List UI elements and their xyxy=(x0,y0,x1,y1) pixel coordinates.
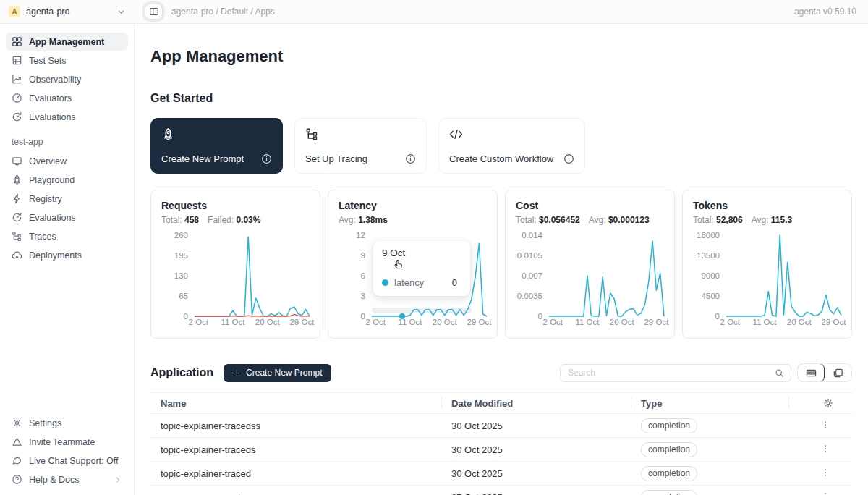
sidebar-collapse-button[interactable] xyxy=(145,4,163,20)
app-date-modified: 30 Oct 2025 xyxy=(441,444,631,455)
sidebar-item-evaluators[interactable]: Evaluators xyxy=(6,89,128,107)
chart-stats: Total: $0.056452Avg: $0.000123 xyxy=(516,215,664,225)
dots-vertical-icon xyxy=(820,444,830,454)
sidebar-item-label: Live Chat Support: Off xyxy=(29,456,118,466)
sidebar-item-playground[interactable]: Playground xyxy=(6,171,128,189)
info-icon xyxy=(261,153,272,164)
sidebar-item-label: Help & Docs xyxy=(29,475,79,485)
chevron-right-icon xyxy=(114,475,122,484)
sidebar-item-evaluations[interactable]: Evaluations xyxy=(6,108,128,126)
plot-area[interactable]: 2 Oct11 Oct20 Oct29 Oct xyxy=(726,235,841,316)
search-icon xyxy=(775,368,784,378)
plot-area[interactable]: 2 Oct11 Oct20 Oct29 Oct xyxy=(195,235,310,316)
x-axis: 2 Oct11 Oct20 Oct29 Oct xyxy=(726,318,841,329)
workspace-switcher[interactable]: A agenta-pro xyxy=(0,6,135,17)
triangle-icon xyxy=(12,436,22,447)
table-header: NameDate ModifiedType xyxy=(150,393,852,414)
column-settings[interactable] xyxy=(788,393,852,413)
app-name: topic-explainer-tracedss xyxy=(150,420,441,431)
search-button[interactable] xyxy=(767,365,791,381)
sidebar-item-settings[interactable]: Settings xyxy=(6,414,128,432)
search-box xyxy=(560,364,791,382)
table-view-button[interactable] xyxy=(797,363,825,382)
plot-area[interactable]: 2 Oct11 Oct20 Oct29 Oct xyxy=(549,235,664,316)
rocket-icon xyxy=(161,127,175,141)
info-icon xyxy=(405,153,416,164)
table-row[interactable]: topic-explainer-traceds30 Oct 2025comple… xyxy=(150,438,852,462)
row-menu-button[interactable] xyxy=(819,443,832,456)
search-input[interactable] xyxy=(561,368,767,378)
mouse-cursor-icon xyxy=(392,258,405,271)
breadcrumb: agenta-pro / Default / Apps xyxy=(171,7,275,17)
sidebar-item-label: Test Sets xyxy=(29,56,66,66)
sidebar-item-overview[interactable]: Overview xyxy=(6,152,128,170)
column-header-type[interactable]: Type xyxy=(631,393,788,413)
app-date-modified: 27 Oct 2025 xyxy=(441,492,631,495)
gauge-icon xyxy=(12,93,22,103)
table-row[interactable]: topic-explainer-traced30 Oct 2025complet… xyxy=(150,462,852,486)
sidebar-item-registry[interactable]: Registry xyxy=(6,190,128,208)
sidebar-item-label: Registry xyxy=(29,194,62,204)
column-header-date-modified[interactable]: Date Modified xyxy=(441,393,631,413)
sidebar-item-live-chat-support[interactable]: Live Chat Support: Off xyxy=(6,452,128,470)
dots-vertical-icon xyxy=(820,420,830,430)
gear-icon xyxy=(823,398,833,408)
sidebar-item-help-docs[interactable]: Help & Docs xyxy=(6,470,128,488)
sidebar-item-invite-teammate[interactable]: Invite Teammate xyxy=(6,433,128,451)
table-row[interactable]: topic-explainer-tracedss30 Oct 2025compl… xyxy=(150,414,852,438)
dots-vertical-icon xyxy=(820,491,830,495)
y-axis: 0450090001350018000 xyxy=(693,235,726,316)
x-axis: 2 Oct11 Oct20 Oct29 Oct xyxy=(372,318,487,329)
sidebar-item-label: Overview xyxy=(29,156,67,166)
card-view-button[interactable] xyxy=(824,364,851,381)
sidebar-item-evaluations-app[interactable]: Evaluations xyxy=(6,208,128,227)
tooltip-series-dot xyxy=(382,279,388,286)
sidebar-item-app-management[interactable]: App Management xyxy=(6,33,128,51)
row-menu-button[interactable] xyxy=(819,491,832,495)
help-icon xyxy=(12,474,22,485)
cloud-icon xyxy=(12,250,22,261)
rocket-icon xyxy=(12,174,22,185)
chart-card-requests: Requests Total: 458Failed: 0.03% 0651301… xyxy=(150,190,320,339)
tooltip-value: 0 xyxy=(452,277,461,288)
row-menu-button[interactable] xyxy=(819,467,832,480)
workspace-name: agenta-pro xyxy=(26,7,69,17)
sidebar-item-label: Invite Teammate xyxy=(29,437,95,447)
create-new-prompt-button-label: Create New Prompt xyxy=(246,368,322,378)
chart-title: Requests xyxy=(161,200,310,211)
app-type-badge: completion xyxy=(641,418,697,433)
get-started-cards: Create New PromptSet Up TracingCreate Cu… xyxy=(150,118,852,174)
sidebar-item-label: Evaluators xyxy=(29,93,72,103)
chart-tooltip: 9 Oct latency 0 xyxy=(373,241,470,296)
table-body: topic-explainer-tracedss30 Oct 2025compl… xyxy=(150,414,852,495)
sidebar-app-nav: OverviewPlaygroundRegistryEvaluationsTra… xyxy=(6,152,128,265)
sidebar-item-traces[interactable]: Traces xyxy=(6,227,128,245)
monitor-icon xyxy=(12,156,22,166)
chart-title: Cost xyxy=(516,200,664,211)
column-header-name[interactable]: Name xyxy=(150,393,441,413)
app-date-modified: 30 Oct 2025 xyxy=(441,420,631,431)
get-started-card-set-up-tracing[interactable]: Set Up Tracing xyxy=(294,118,427,174)
sidebar-footer: SettingsInvite TeammateLive Chat Support… xyxy=(6,414,128,489)
chart-stat: Avg: 1.38ms xyxy=(339,215,388,225)
chart-stat: Total: 52,806 xyxy=(693,215,743,225)
get-started-card-create-new-prompt[interactable]: Create New Prompt xyxy=(150,118,283,174)
sidebar-item-test-sets[interactable]: Test Sets xyxy=(6,51,128,69)
get-started-card-create-custom-workflow[interactable]: Create Custom Workflow xyxy=(438,118,585,174)
bolt-icon xyxy=(12,193,22,204)
x-axis: 2 Oct11 Oct20 Oct29 Oct xyxy=(549,318,664,329)
chart-stat: Avg: $0.000123 xyxy=(589,215,650,225)
chart-stats: Total: 52,806Avg: 115.3 xyxy=(693,215,841,225)
create-new-prompt-button[interactable]: Create New Prompt xyxy=(224,364,331,382)
dots-vertical-icon xyxy=(820,468,830,478)
app-date-modified: 30 Oct 2025 xyxy=(441,468,631,479)
workspace-avatar: A xyxy=(9,6,20,17)
y-axis: 00.00350.0070.01050.014 xyxy=(516,235,549,316)
sidebar-item-observability[interactable]: Observability xyxy=(6,70,128,88)
chart-card-cost: Cost Total: $0.056452Avg: $0.000123 00.0… xyxy=(505,190,675,339)
trace-icon xyxy=(12,231,22,242)
row-menu-button[interactable] xyxy=(819,419,832,432)
table-row[interactable]: career-assessment27 Oct 2025completion xyxy=(150,486,852,495)
sidebar-item-deployments[interactable]: Deployments xyxy=(6,246,128,264)
info-icon xyxy=(563,153,574,164)
